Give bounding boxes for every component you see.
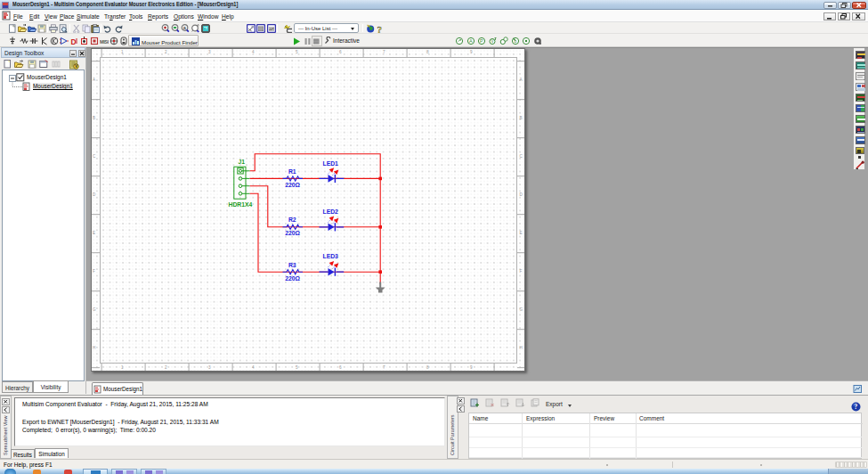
svg-text:R1: R1 (288, 168, 296, 175)
svg-text:LED1: LED1 (323, 160, 339, 167)
svg-text:R2: R2 (288, 217, 296, 223)
svg-text:LED3: LED3 (323, 253, 339, 259)
svg-text:220Ω: 220Ω (285, 275, 300, 282)
svg-text:R3: R3 (288, 262, 296, 268)
svg-text:V: V (491, 39, 493, 44)
svg-text:220Ω: 220Ω (285, 230, 300, 236)
svg-text:o: o (514, 38, 516, 44)
svg-text:LED2: LED2 (323, 208, 339, 215)
svg-text:?: ? (854, 403, 857, 411)
svg-text:220Ω: 220Ω (285, 182, 300, 188)
svg-text:P: P (480, 38, 483, 44)
svg-text:HDR1X4: HDR1X4 (229, 201, 253, 208)
svg-text:A: A (469, 38, 473, 44)
svg-text:J1: J1 (239, 159, 246, 165)
svg-text:MISC: MISC (100, 38, 109, 44)
svg-text:D: D (71, 37, 77, 45)
svg-text:?: ? (377, 24, 383, 33)
